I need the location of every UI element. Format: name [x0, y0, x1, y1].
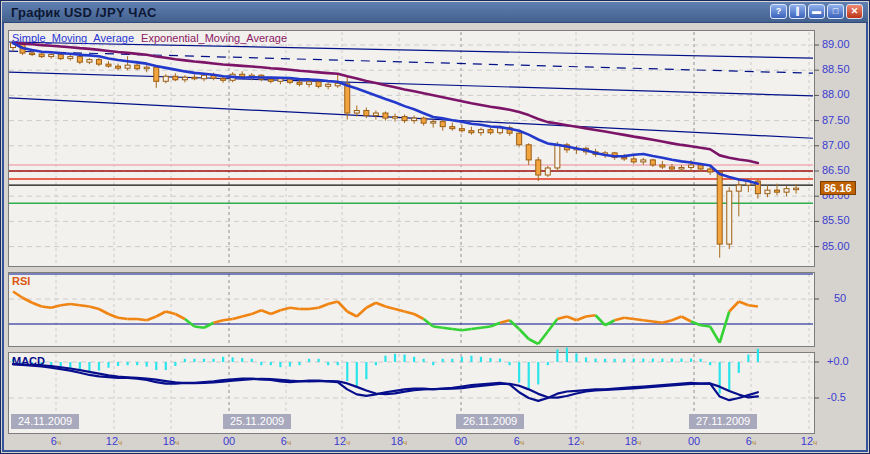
time-tick-label: 18ч [617, 435, 649, 447]
macd-panel[interactable] [8, 352, 815, 434]
window-titlebar[interactable]: График USD /JPY ЧАС [2, 2, 868, 23]
price-tick-label: 87.50 [822, 114, 850, 126]
price-tick-label: 85.50 [822, 214, 850, 226]
price-chart-panel[interactable] [8, 30, 815, 267]
time-tick-label: 00 [678, 435, 710, 447]
window-buttons: ?∥▬□✕ [770, 4, 863, 19]
price-tick-label: 86.50 [822, 164, 850, 176]
indicator-legend: Simple_Moving_AverageExponential_Moving_… [12, 32, 287, 44]
price-tick-label: 88.00 [822, 88, 850, 100]
time-tick-label: 6ч [40, 435, 72, 447]
current-price-badge: 86.16 [820, 181, 856, 195]
macd-tick-label: -0.5 [827, 391, 846, 403]
chart-window: График USD /JPY ЧАС ?∥▬□✕ Simple_Moving_… [0, 0, 870, 454]
ema-legend-label: Exponential_Moving_Average [141, 32, 287, 44]
price-tick-label: 86.00 [822, 189, 850, 201]
minimize-button[interactable]: ▬ [808, 4, 825, 19]
time-tick-label: 6ч [735, 435, 767, 447]
rsi-panel-label: RSI [12, 275, 30, 287]
sma-legend-label: Simple_Moving_Average [12, 32, 134, 44]
price-tick-label: 85.00 [822, 240, 850, 252]
close-button[interactable]: ✕ [846, 4, 863, 19]
time-tick-label: 6ч [503, 435, 535, 447]
time-tick-label: 00 [213, 435, 245, 447]
time-tick-label: 18ч [383, 435, 415, 447]
maximize-button[interactable]: □ [827, 4, 844, 19]
window-title: График USD /JPY ЧАС [11, 5, 157, 20]
price-tick-label: 88.50 [822, 63, 850, 75]
price-tick-label: 87.00 [822, 139, 850, 151]
time-tick-label: 00 [445, 435, 477, 447]
time-tick-label: 18ч [155, 435, 187, 447]
time-tick-label: 12ч [326, 435, 358, 447]
price-tick-label: 89.00 [822, 38, 850, 50]
rsi-panel[interactable] [8, 272, 815, 347]
time-tick-label: 12ч [793, 435, 825, 447]
time-tick-label: 12ч [98, 435, 130, 447]
macd-panel-label: MACD [12, 355, 45, 367]
macd-tick-label: +0.0 [827, 355, 849, 367]
pause-button[interactable]: ∥ [789, 4, 806, 19]
help-button[interactable]: ? [770, 4, 787, 19]
time-tick-label: 12ч [560, 435, 592, 447]
rsi-tick-label: 50 [834, 292, 846, 304]
time-tick-label: 6ч [270, 435, 302, 447]
